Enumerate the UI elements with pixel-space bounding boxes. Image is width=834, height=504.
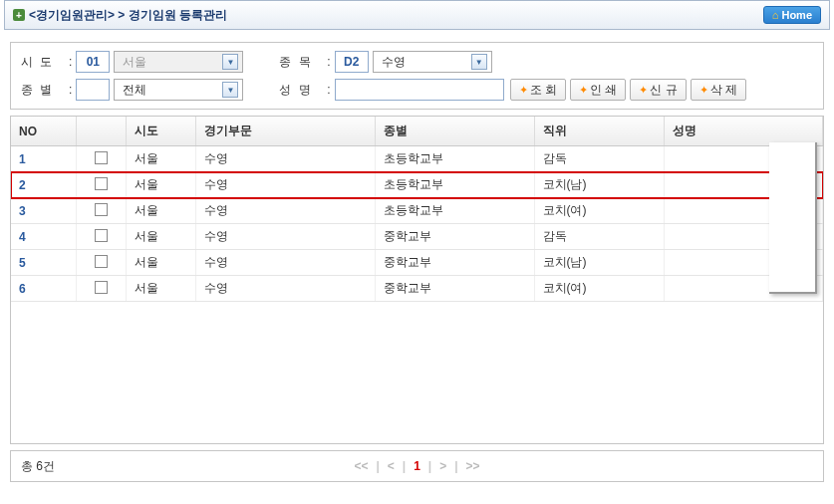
cell-sido: 서울: [126, 250, 195, 276]
col-no[interactable]: NO: [11, 117, 76, 146]
bullet-icon: ✦: [579, 84, 588, 97]
sido-label: 시 도: [21, 54, 69, 71]
cell-no: 6: [11, 276, 76, 302]
cell-no: 3: [11, 198, 76, 224]
cell-sido: 서울: [126, 146, 195, 172]
cell-chk: [76, 146, 126, 172]
cell-category: 중학교부: [375, 276, 534, 302]
cell-sport: 수영: [195, 276, 375, 302]
cell-position: 코치(남): [534, 172, 664, 198]
cell-no: 1: [11, 146, 76, 172]
pager-current[interactable]: 1: [414, 459, 420, 473]
row-checkbox[interactable]: [95, 281, 108, 294]
delete-button[interactable]: ✦삭 제: [691, 79, 746, 101]
bullet-icon: ✦: [519, 84, 528, 97]
col-sport[interactable]: 경기부문: [195, 117, 375, 146]
plus-icon: +: [13, 9, 25, 21]
chevron-down-icon: ▼: [222, 82, 238, 98]
jongmok-code[interactable]: D2: [335, 51, 369, 73]
cell-chk: [76, 276, 126, 302]
pager-first[interactable]: <<: [354, 459, 368, 473]
cell-chk: [76, 198, 126, 224]
home-icon: ⌂: [772, 9, 779, 21]
search-button[interactable]: ✦조 회: [510, 79, 566, 101]
col-category[interactable]: 종별: [375, 117, 534, 146]
table-container: NO 시도 경기부문 종별 직위 성명 1서울수영초등학교부감독2서울수영초등학…: [10, 116, 824, 444]
pager-prev[interactable]: <: [388, 459, 395, 473]
cell-category: 중학교부: [375, 250, 534, 276]
cell-chk: [76, 172, 126, 198]
home-label: Home: [781, 9, 812, 21]
table-header-row: NO 시도 경기부문 종별 직위 성명: [11, 117, 823, 146]
cell-sido: 서울: [126, 198, 195, 224]
cell-category: 초등학교부: [375, 172, 534, 198]
name-mask-overlay: [769, 142, 817, 294]
table-row[interactable]: 6서울수영중학교부코치(여): [11, 276, 823, 302]
jongmok-label: 종 목: [279, 54, 327, 71]
sido-code[interactable]: 01: [76, 51, 110, 73]
jongbyeol-combo-label: 전체: [123, 82, 216, 99]
page-title: + <경기임원관리> > 경기임원 등록관리: [13, 7, 227, 24]
table-row[interactable]: 1서울수영초등학교부감독: [11, 146, 823, 172]
chevron-down-icon: ▼: [471, 54, 487, 70]
cell-sido: 서울: [126, 224, 195, 250]
cell-position: 감독: [534, 224, 664, 250]
cell-position: 감독: [534, 146, 664, 172]
cell-position: 코치(여): [534, 276, 664, 302]
print-button[interactable]: ✦인 쇄: [570, 79, 626, 101]
pager: << | < | 1 | > | >>: [354, 459, 479, 473]
table-row[interactable]: 5서울수영중학교부코치(남): [11, 250, 823, 276]
chevron-down-icon: ▼: [222, 54, 238, 70]
filter-panel: 시 도 : 01 서울 ▼ 종 목 : D2 수영 ▼ 종 별 : 전체 ▼ 성…: [10, 42, 824, 110]
cell-no: 5: [11, 250, 76, 276]
cell-sport: 수영: [195, 224, 375, 250]
sido-combo-label: 서울: [123, 54, 216, 71]
cell-chk: [76, 250, 126, 276]
table-row[interactable]: 3서울수영초등학교부코치(여): [11, 198, 823, 224]
name-input[interactable]: [335, 79, 504, 101]
col-sido[interactable]: 시도: [126, 117, 195, 146]
cell-sport: 수영: [195, 146, 375, 172]
table-row[interactable]: 4서울수영중학교부감독: [11, 224, 823, 250]
sido-combo[interactable]: 서울 ▼: [114, 51, 243, 73]
new-button[interactable]: ✦신 규: [630, 79, 686, 101]
jongbyeol-label: 종 별: [21, 82, 69, 99]
jongbyeol-code[interactable]: [76, 79, 110, 101]
action-buttons: ✦조 회 ✦인 쇄 ✦신 규 ✦삭 제: [510, 79, 746, 101]
bullet-icon: ✦: [639, 84, 648, 97]
cell-sido: 서울: [126, 276, 195, 302]
col-chk[interactable]: [76, 117, 126, 146]
cell-sport: 수영: [195, 250, 375, 276]
row-checkbox[interactable]: [95, 177, 108, 190]
breadcrumb: <경기임원관리> > 경기임원 등록관리: [29, 7, 227, 24]
cell-category: 중학교부: [375, 224, 534, 250]
cell-chk: [76, 224, 126, 250]
cell-sport: 수영: [195, 172, 375, 198]
filter-row-2: 종 별 : 전체 ▼ 성 명 : ✦조 회 ✦인 쇄 ✦신 규 ✦삭 제: [21, 79, 813, 101]
row-checkbox[interactable]: [95, 229, 108, 242]
footer-bar: 총 6건 << | < | 1 | > | >>: [10, 450, 824, 482]
row-checkbox[interactable]: [95, 255, 108, 268]
cell-position: 코치(남): [534, 250, 664, 276]
home-button[interactable]: ⌂ Home: [763, 6, 821, 24]
data-grid: NO 시도 경기부문 종별 직위 성명 1서울수영초등학교부감독2서울수영초등학…: [11, 117, 823, 302]
jongmok-combo[interactable]: 수영 ▼: [373, 51, 492, 73]
cell-no: 4: [11, 224, 76, 250]
table-row[interactable]: 2서울수영초등학교부코치(남): [11, 172, 823, 198]
row-checkbox[interactable]: [95, 203, 108, 216]
cell-category: 초등학교부: [375, 146, 534, 172]
cell-sport: 수영: [195, 198, 375, 224]
jongbyeol-combo[interactable]: 전체 ▼: [114, 79, 243, 101]
jongmok-combo-label: 수영: [382, 54, 465, 71]
pager-next[interactable]: >: [439, 459, 446, 473]
col-position[interactable]: 직위: [534, 117, 664, 146]
cell-position: 코치(여): [534, 198, 664, 224]
seongmyeong-label: 성 명: [279, 82, 327, 99]
cell-category: 초등학교부: [375, 198, 534, 224]
pager-last[interactable]: >>: [466, 459, 480, 473]
cell-sido: 서울: [126, 172, 195, 198]
bullet-icon: ✦: [699, 84, 708, 97]
total-count: 총 6건: [21, 458, 55, 475]
row-checkbox[interactable]: [95, 151, 108, 164]
header-bar: + <경기임원관리> > 경기임원 등록관리 ⌂ Home: [4, 0, 830, 30]
